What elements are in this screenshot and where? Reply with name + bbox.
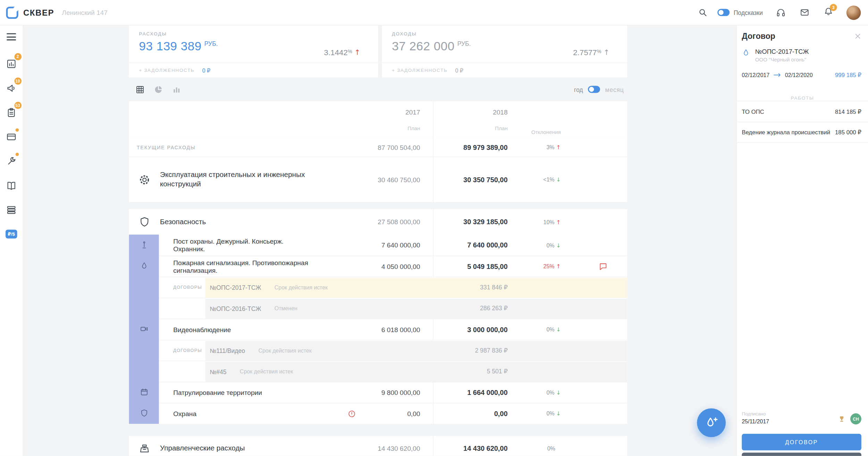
app-logo-icon[interactable] xyxy=(6,6,18,18)
work-item[interactable]: ТО ОПС 814 185 ₽ xyxy=(737,101,868,122)
summary-cards: РАСХОДЫ 93 139 389 РУБ. 3.1442% ↑ + ЗАДО… xyxy=(129,25,627,77)
table-row-guard[interactable]: Охрана 0,00 0,00 0%↓ xyxy=(159,403,627,424)
col-2017: 2017 xyxy=(406,109,420,116)
contract-row-video-111[interactable]: ДОГОВОРЫ №111/Видео Срок действия истек … xyxy=(159,340,627,361)
table-row-video[interactable]: Видеонаблюдение 6 018 000,00 3 000 000,0… xyxy=(159,319,627,340)
contract-highlighted: №ОПС-2017-ТСЖ Срок действия истек 331 84… xyxy=(206,277,627,298)
sidebar-item-objects[interactable]: 2 xyxy=(0,51,23,76)
date-to: 02/12/2020 xyxy=(785,71,813,78)
contract-row-45[interactable]: №#45 Срок действия истек 5 501 ₽ xyxy=(159,361,627,382)
contract-summary[interactable]: №ОПС-2017-ТСЖ ООО "Черный огонь" xyxy=(737,40,868,62)
contract-row-ops-2017[interactable]: ДОГОВОРЫ №ОПС-2017-ТСЖ Срок действия ист… xyxy=(159,277,627,298)
user-avatar[interactable] xyxy=(846,5,861,19)
month-label[interactable]: месяц xyxy=(605,86,624,93)
table-row-patrol[interactable]: Патрулирование территории 9 800 000,00 1… xyxy=(159,382,627,403)
table-row-security[interactable]: Безопасность 27 508 000,00 30 329 185,00… xyxy=(129,209,627,235)
period-toggle[interactable] xyxy=(588,86,600,93)
table-row-current-expenses[interactable]: ТЕКУЩИЕ РАСХОДЫ 87 700 504,00 89 979 389… xyxy=(129,138,627,157)
sidebar-item-finance[interactable]: ₽/$ xyxy=(0,222,23,246)
sidebar: 2 10 53 xyxy=(0,25,23,456)
view-controls: год месяц xyxy=(129,77,627,101)
trophy-icon xyxy=(837,415,846,423)
trend-up-icon: ↑ xyxy=(556,263,561,270)
income-debt-value: 0 ₽ xyxy=(455,67,463,74)
current-location[interactable]: Ленинский 147 xyxy=(62,9,108,16)
maintenance-dot-badge xyxy=(15,153,19,156)
income-debt-row[interactable]: + ЗАДОЛЖЕННОСТЬ 0 ₽ xyxy=(382,62,627,77)
arrow-right-icon xyxy=(773,72,782,77)
table-row-fire-alarm[interactable]: Пожарная сигнализация. Противопожарная с… xyxy=(159,256,627,277)
sidebar-item-journal[interactable] xyxy=(0,173,23,197)
notifications-bell[interactable]: 3 xyxy=(824,7,833,18)
section-gap xyxy=(129,424,627,436)
currency-icon: ₽/$ xyxy=(6,230,17,239)
clipboard-icon xyxy=(6,107,17,118)
contract-button[interactable]: ДОГОВОР xyxy=(742,434,861,450)
search-icon[interactable] xyxy=(698,8,708,17)
trend-down-icon: ↓ xyxy=(556,177,561,183)
wrench-icon xyxy=(6,156,17,166)
trend-down-icon: ↓ xyxy=(556,327,561,333)
contract-total: 999 185 ₽ xyxy=(835,71,861,78)
main-content: РАСХОДЫ 93 139 389 РУБ. 3.1442% ↑ + ЗАДО… xyxy=(23,25,736,456)
add-contract-fab[interactable] xyxy=(697,408,726,437)
sidebar-item-maintenance[interactable] xyxy=(0,149,23,173)
table-view-icon[interactable] xyxy=(136,85,145,94)
guard-post-icon xyxy=(140,241,148,249)
building-chart-icon xyxy=(6,58,17,69)
work-item[interactable]: Ведение журнала происшествий 185 000 ₽ xyxy=(737,122,868,143)
income-title: ДОХОДЫ xyxy=(392,31,627,36)
tasks-badge: 53 xyxy=(14,102,22,109)
bar-view-icon[interactable] xyxy=(172,85,181,94)
col-deviation: Отклонения xyxy=(531,129,561,135)
table-row-maintenance[interactable]: Эксплуатация строительных и инженерных к… xyxy=(129,157,627,202)
expenses-value: 93 139 389 xyxy=(139,39,201,53)
signer-avatar[interactable]: СН xyxy=(850,413,861,424)
expenses-card[interactable]: РАСХОДЫ 93 139 389 РУБ. 3.1442% ↑ + ЗАДО… xyxy=(129,25,378,77)
pie-view-icon[interactable] xyxy=(154,85,163,94)
patrol-calendar-icon xyxy=(140,388,148,396)
sidebar-item-registry[interactable] xyxy=(0,197,23,222)
warning-icon[interactable] xyxy=(348,409,356,418)
table-row-administrative[interactable]: Управленческие расходы 14 430 620,00 14 … xyxy=(129,436,627,456)
sidebar-item-payments[interactable] xyxy=(0,125,23,149)
expenses-debt-value: 0 ₽ xyxy=(202,67,210,74)
notifications-badge: 3 xyxy=(830,4,837,11)
app-name: СКВЕР xyxy=(23,8,54,17)
income-card[interactable]: ДОХОДЫ 37 262 000 РУБ. 2.7577% ↑ + ЗАДОЛ… xyxy=(382,25,627,77)
col-2018: 2018 xyxy=(493,109,508,116)
signed-label: Подписано xyxy=(742,411,769,417)
sidebar-item-announcements[interactable]: 10 xyxy=(0,76,23,100)
megaphone-icon xyxy=(6,83,17,93)
income-value: 37 262 000 xyxy=(392,39,454,53)
cash-register-icon xyxy=(139,443,150,454)
comment-icon[interactable] xyxy=(599,262,608,271)
rows-icon xyxy=(6,204,17,215)
trend-up-icon: ↑ xyxy=(556,219,561,225)
expenses-debt-row[interactable]: + ЗАДОЛЖЕННОСТЬ 0 ₽ xyxy=(129,62,378,77)
support-headphones-icon[interactable] xyxy=(776,8,785,17)
trend-down-icon: ↓ xyxy=(556,389,561,396)
contract-number: №ОПС-2017-ТСЖ xyxy=(755,48,809,55)
mail-icon[interactable] xyxy=(800,8,809,17)
contract-row-ops-2016[interactable]: №ОПС-2016-ТСЖ Отменен 286 263 ₽ xyxy=(159,298,627,319)
year-label[interactable]: год xyxy=(574,86,583,93)
menu-toggle[interactable] xyxy=(7,33,16,41)
section-gap xyxy=(129,202,627,209)
gear-icon xyxy=(139,174,151,186)
trend-down-icon: ↓ xyxy=(556,242,561,248)
hints-toggle[interactable] xyxy=(718,9,730,16)
fire-alarm-drop-icon xyxy=(742,49,750,57)
sidebar-item-tasks[interactable]: 53 xyxy=(0,100,23,125)
security-subsection: Пост охраны. Дежурный. Консьерж. Охранни… xyxy=(129,235,627,424)
trend-down-icon: ↓ xyxy=(556,411,561,417)
table-row-guard-post[interactable]: Пост охраны. Дежурный. Консьерж. Охранни… xyxy=(159,235,627,256)
col-plan-2018: План xyxy=(495,125,508,131)
signed-date: 25/11/2017 xyxy=(742,418,769,424)
expenses-title: РАСХОДЫ xyxy=(139,31,378,36)
close-icon[interactable] xyxy=(854,32,861,40)
contract-company: ООО "Черный огонь" xyxy=(755,57,809,63)
secondary-button-partial[interactable] xyxy=(742,453,861,456)
date-from: 02/12/2017 xyxy=(742,71,769,78)
video-camera-icon xyxy=(140,325,148,333)
